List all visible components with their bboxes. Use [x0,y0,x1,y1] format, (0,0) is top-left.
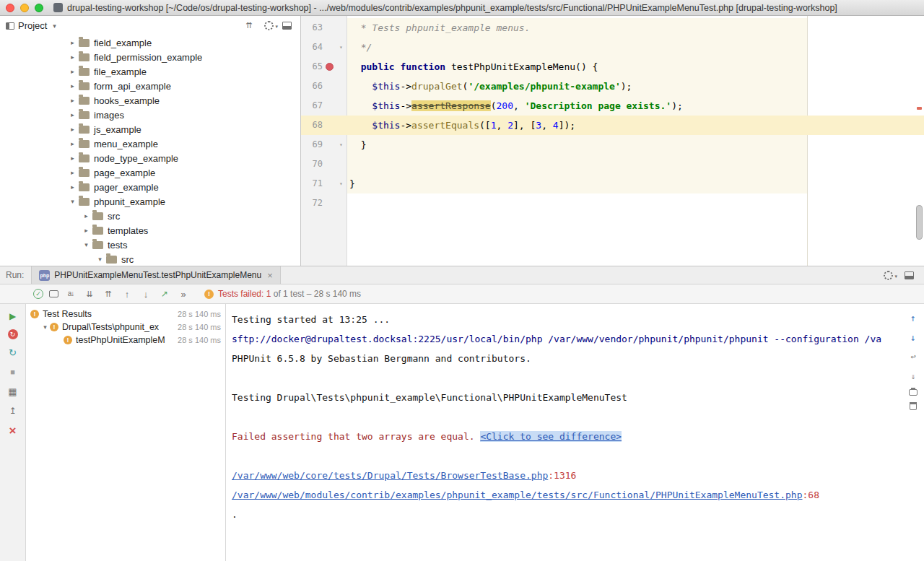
minimize-window-button[interactable] [20,4,29,12]
code-line[interactable]: 69▾ } [301,135,924,155]
code-text[interactable]: $this->assertEquals([1, 2], [3, 4]); [347,116,575,135]
code-text[interactable] [347,193,349,213]
toggle-auto-test-icon[interactable] [49,290,58,297]
hide-panel-icon[interactable] [282,22,292,30]
stop-icon[interactable] [6,365,19,378]
show-passed-icon[interactable] [33,289,43,299]
project-tree-item[interactable]: ▾src [0,252,300,266]
code-line[interactable]: 68 $this->assertEquals([1, 2], [3, 4]); [301,116,924,135]
close-icon[interactable] [6,424,19,437]
run-icon[interactable] [6,310,19,323]
project-tree-item[interactable]: ▸field_example [0,35,300,50]
project-tree-item[interactable]: ▸field_permission_example [0,50,300,64]
collapse-all-icon[interactable] [243,19,256,32]
chevron-right-icon[interactable]: ▸ [68,97,77,104]
code-text[interactable]: } [347,135,366,155]
editor-scrollbar-thumb[interactable] [916,205,923,240]
chevron-right-icon[interactable]: ▸ [68,111,77,118]
gutter-cell[interactable]: 66 [301,77,347,96]
chevron-right-icon[interactable]: ▸ [68,140,77,147]
close-window-button[interactable] [6,4,14,12]
line-number[interactable]: 66 [302,77,323,96]
hide-panel-icon[interactable] [905,271,914,279]
project-tree-item[interactable]: ▸file_example [0,64,300,79]
project-tree-item[interactable]: ▸pager_example [0,180,300,194]
soft-wrap-icon[interactable] [907,350,920,363]
line-number[interactable]: 63 [302,18,323,38]
chevron-right-icon[interactable]: ▸ [68,155,77,162]
up-stack-trace-icon[interactable] [907,311,920,324]
code-line[interactable]: 63 * Tests phpunit_example menus. [301,18,924,38]
test-tree-item[interactable]: !Test Results28 s 140 ms [26,308,225,321]
print-icon[interactable] [909,389,918,396]
chevron-down-icon[interactable]: ▾ [68,198,77,205]
chevron-right-icon[interactable]: ▸ [68,169,77,176]
fold-icon[interactable]: ▾ [339,181,343,187]
project-tree-item[interactable]: ▸js_example [0,122,300,136]
line-number[interactable]: 69 [302,135,323,155]
close-icon[interactable]: × [267,270,273,281]
down-stack-trace-icon[interactable] [907,331,920,344]
console-link[interactable]: /var/www/web/modules/contrib/examples/ph… [232,490,803,500]
code-line[interactable]: 64▾ */ [301,38,924,57]
code-text[interactable]: public function testPhpUnitExampleMenu()… [347,57,598,77]
chevron-right-icon[interactable]: ▸ [68,183,77,191]
line-number[interactable]: 64 [302,38,323,57]
gutter-cell[interactable]: 67 [301,96,347,116]
code-line[interactable]: 70 [301,155,924,174]
sort-alphabetically-icon[interactable] [64,287,77,300]
console-link[interactable]: /var/www/web/core/tests/Drupal/Tests/Bro… [232,470,548,481]
chevron-down-icon[interactable]: ▾ [40,323,50,331]
line-number[interactable]: 67 [302,96,323,116]
project-tree-item[interactable]: ▸src [0,209,300,223]
project-tree-item[interactable]: ▾phpunit_example [0,194,300,209]
project-tree-item[interactable]: ▸images [0,108,300,122]
line-number[interactable]: 65 [302,57,323,77]
project-tree-item[interactable]: ▸templates [0,223,300,238]
more-icon[interactable] [177,287,190,300]
gutter-cell[interactable]: 69▾ [301,135,347,155]
code-line[interactable]: 72 [301,193,924,213]
code-line[interactable]: 65 public function testPhpUnitExampleMen… [301,57,924,77]
chevron-down-icon[interactable]: ▾ [95,256,105,263]
gutter-cell[interactable]: 68 [301,116,347,135]
console-link[interactable]: <Click to see difference> [480,431,622,442]
error-stripe-mark[interactable] [917,107,922,110]
project-tree-item[interactable]: ▾tests [0,238,300,252]
test-history-icon[interactable] [158,287,171,300]
project-tree-item[interactable]: ▸node_type_example [0,151,300,165]
project-panel-icon[interactable] [6,22,14,30]
chevron-right-icon[interactable]: ▸ [82,212,91,219]
chevron-right-icon[interactable]: ▸ [68,126,77,133]
pin-tab-icon[interactable] [6,404,19,417]
previous-failed-test-icon[interactable] [121,287,134,300]
line-number[interactable]: 70 [302,155,323,174]
chevron-down-icon[interactable]: ▾ [51,22,58,30]
code-text[interactable] [347,155,349,174]
code-line[interactable]: 67 $this->assertResponse(200, 'Descripti… [301,96,924,116]
fold-icon[interactable]: ▾ [339,45,343,51]
project-tree-item[interactable]: ▸form_api_example [0,79,300,93]
next-failed-test-icon[interactable] [139,287,152,300]
test-tree-item[interactable]: ▾!Drupal\Tests\phpunit_ex28 s 140 ms [26,321,225,334]
editor[interactable]: 63 * Tests phpunit_example menus.64▾ */6… [301,16,924,266]
project-tree-item[interactable]: ▸menu_example [0,136,300,151]
settings-gear-icon[interactable] [264,21,274,30]
code-line[interactable]: 71▾} [301,174,924,193]
scroll-to-end-icon[interactable] [907,370,920,383]
console[interactable]: Testing started at 13:25 ...sftp://docke… [226,304,924,561]
clear-all-icon[interactable] [910,402,917,410]
chevron-right-icon[interactable]: ▸ [68,68,77,75]
line-number[interactable]: 71 [302,174,323,193]
project-tree-item[interactable]: ▸page_example [0,165,300,180]
collapse-all2-icon[interactable] [102,287,115,300]
fold-icon[interactable]: ▾ [339,142,343,148]
code-text[interactable]: $this->drupalGet('/examples/phpunit-exam… [347,77,632,96]
chevron-right-icon[interactable]: ▸ [68,39,77,46]
breakpoint-icon[interactable] [326,63,334,71]
line-number[interactable]: 68 [302,116,323,135]
project-panel-title[interactable]: Project [18,20,47,31]
chevron-right-icon[interactable]: ▸ [68,82,77,90]
run-tab[interactable]: php PHPUnitExampleMenuTest.testPhpUnitEx… [31,266,280,284]
rerun-failed-tests-icon[interactable] [8,329,18,339]
